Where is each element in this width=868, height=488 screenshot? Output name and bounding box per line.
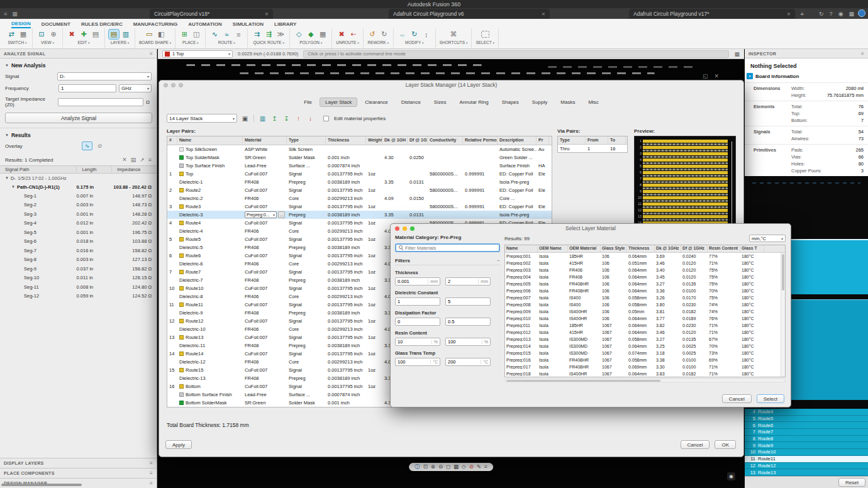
material-row[interactable]: Prepreg:010IsolaIS400HR1060.064mm3.770.0… bbox=[505, 315, 785, 322]
scrollbar-thumb[interactable] bbox=[1, 484, 82, 486]
segment-row[interactable]: Seg-30.001 in148.28 Ω bbox=[0, 209, 157, 219]
collapse-icon[interactable]: − bbox=[497, 258, 500, 263]
close-canvas-icon[interactable]: ✕ bbox=[714, 73, 719, 79]
command-line-input[interactable] bbox=[303, 50, 729, 58]
material-row[interactable]: Prepreg:008IsolaIS4001060.058mm3.800.023… bbox=[505, 301, 785, 308]
material-row[interactable]: Prepreg:007IsolaIS4001060.058mm3.260.017… bbox=[505, 294, 785, 301]
zoom-window-icon[interactable]: ⊡ bbox=[423, 464, 428, 470]
panel-menu-icon[interactable]: ≡ bbox=[150, 480, 153, 486]
column-header[interactable]: Relative Permeabil bbox=[463, 136, 498, 145]
pour-icon[interactable]: ◆ bbox=[306, 30, 316, 39]
column-header[interactable]: Type bbox=[558, 136, 586, 144]
palette-row[interactable]: 9Route9 bbox=[745, 442, 868, 449]
column-header[interactable]: Df @ 1GHz bbox=[681, 245, 708, 252]
segment-row[interactable]: Seg-120.059 in124.52 Ω bbox=[0, 292, 157, 301]
palette-row[interactable]: 7Route7 bbox=[745, 429, 868, 436]
material-row[interactable]: Prepreg:018IsolaIS400HR10670.064mm3.830.… bbox=[505, 370, 785, 377]
insert-below-icon[interactable]: ↧ bbox=[282, 114, 291, 123]
window-layout-icon[interactable]: ▦ bbox=[12, 11, 18, 17]
reset-button[interactable]: Reset bbox=[838, 478, 865, 487]
material-row[interactable]: Prepreg:009IsolaIS400HR1060.05mm3.810.01… bbox=[505, 308, 785, 315]
new-analysis-section[interactable]: ▼ New Analysis bbox=[0, 58, 157, 70]
segment-row[interactable]: Seg-110.008 in124.80 Ω bbox=[0, 282, 157, 292]
filter-min-input[interactable] bbox=[396, 279, 428, 284]
place-part-icon[interactable]: ⊞ bbox=[179, 30, 189, 39]
material-row[interactable]: Prepreg:013IsolaIS300MD10670.058mm3.270.… bbox=[505, 336, 785, 343]
palette-row[interactable]: 13Route13 bbox=[745, 469, 868, 476]
material-row[interactable]: Prepreg:015IsolaIS300MD10670.074mm3.180.… bbox=[505, 350, 785, 357]
column-header[interactable]: From bbox=[586, 136, 608, 144]
unroute-icon[interactable]: ✖ bbox=[337, 30, 347, 39]
zoom-out-icon[interactable]: ⊖ bbox=[438, 464, 443, 470]
close-icon[interactable]: ✕ bbox=[265, 11, 269, 17]
palette-row[interactable]: 5Route5 bbox=[745, 416, 868, 423]
expand-canvas-icon[interactable]: ◱ bbox=[703, 73, 708, 79]
filter-min-input[interactable] bbox=[396, 359, 430, 365]
tab-clearance[interactable]: Clearance bbox=[359, 97, 393, 107]
ribbon-menu-design[interactable]: DESIGN bbox=[11, 21, 31, 28]
material-row[interactable]: Prepreg:017IsolaFR408HR10670.069mm3.300.… bbox=[505, 363, 785, 370]
filter-max-input[interactable] bbox=[446, 359, 481, 365]
frequency-input[interactable] bbox=[58, 84, 116, 92]
column-header[interactable]: Dk @ 1GH bbox=[382, 136, 408, 145]
report-icon[interactable]: ≡ bbox=[148, 157, 152, 163]
units-select[interactable]: mm,°C ▾ bbox=[749, 235, 786, 242]
column-header[interactable]: Length bbox=[76, 167, 111, 172]
layer-settings-icon[interactable]: ▥ bbox=[121, 30, 131, 39]
filter-max-input[interactable] bbox=[446, 299, 490, 304]
close-icon[interactable]: ✕ bbox=[787, 11, 791, 17]
grid-view-icon[interactable]: ▦ bbox=[453, 464, 459, 470]
tab-distance[interactable]: Distance bbox=[396, 97, 426, 107]
switch-icon[interactable]: ⇄ bbox=[6, 30, 16, 39]
material-row[interactable]: Prepreg:005IsolaFR408HR1060.064mm3.270.0… bbox=[505, 280, 785, 287]
layer-row[interactable]: 1TopCuFoil:007Signal0.00137795 inch1oz58… bbox=[167, 170, 552, 178]
palette-row[interactable]: 11Route11 bbox=[745, 456, 868, 463]
column-header[interactable]: Description bbox=[498, 136, 537, 145]
layer-stack-icon[interactable]: ▤ bbox=[109, 30, 119, 39]
column-header[interactable]: Material bbox=[243, 136, 287, 145]
column-header[interactable]: OEM Name bbox=[538, 245, 568, 252]
camera-view-button[interactable]: ◉ bbox=[727, 472, 735, 480]
grid-icon[interactable]: ▦ bbox=[18, 30, 28, 39]
active-layer-select[interactable]: 1 Top ▾ bbox=[162, 50, 233, 58]
column-header[interactable]: To bbox=[608, 136, 626, 144]
add-icon[interactable]: ✚ bbox=[79, 30, 89, 39]
sync-icon[interactable]: ↻ bbox=[819, 11, 824, 17]
document-tab[interactable]: Adafruit Circuit Playground v17*✕ bbox=[629, 9, 795, 19]
tab-layer-stack[interactable]: Layer Stack bbox=[320, 97, 357, 107]
panel-menu-icon[interactable]: ≡ bbox=[150, 470, 153, 476]
segment-row[interactable]: Seg-60.018 in103.88 Ω bbox=[0, 237, 157, 247]
properties-icon[interactable]: ▤ bbox=[91, 30, 101, 39]
autoroute-icon[interactable]: ≫ bbox=[275, 30, 286, 39]
move-up-icon[interactable]: ↑ bbox=[294, 114, 303, 123]
save-icon[interactable]: ▣ bbox=[240, 114, 250, 123]
palette-row[interactable]: 12Route12 bbox=[745, 463, 868, 470]
horizontal-scrollbar[interactable] bbox=[504, 379, 786, 382]
cancel-button[interactable]: Cancel bbox=[681, 440, 710, 449]
cutout-icon[interactable]: ▦ bbox=[318, 30, 328, 39]
close-window-icon[interactable] bbox=[164, 83, 168, 87]
cancel-button[interactable]: Cancel bbox=[722, 394, 752, 403]
ripup-icon[interactable]: ⇠ bbox=[348, 30, 359, 39]
layer-row[interactable]: Dielectric-1FR408Prepreg0.0038189 inch3.… bbox=[167, 178, 552, 186]
layer-row[interactable]: Dielectric-2FR406Core0.00299213 inch4.09… bbox=[167, 194, 552, 202]
filter-max-input[interactable] bbox=[446, 279, 478, 284]
frequency-unit-select[interactable]: GHz ▾ bbox=[119, 84, 152, 92]
zoom-in-icon[interactable]: ⊕ bbox=[431, 464, 435, 470]
fanout-icon[interactable]: ⇶ bbox=[264, 30, 274, 39]
column-header[interactable]: Thickness bbox=[627, 245, 655, 252]
dialog-titlebar[interactable]: Select Layer Material bbox=[391, 224, 791, 233]
scrollbar-thumb[interactable] bbox=[506, 380, 660, 382]
filter-max-input[interactable] bbox=[446, 319, 490, 324]
column-header[interactable]: # bbox=[167, 136, 177, 145]
minimize-window-icon[interactable] bbox=[171, 83, 175, 87]
column-header[interactable]: Dk @ 1GHz bbox=[655, 245, 681, 252]
ribbon-menu-document[interactable]: DOCUMENT bbox=[42, 21, 70, 27]
delete-icon[interactable]: ✖ bbox=[67, 30, 77, 39]
tab-shapes[interactable]: Shapes bbox=[496, 97, 525, 107]
segment-row[interactable]: Seg-70.016 in158.82 Ω bbox=[0, 246, 157, 255]
compare-icon[interactable]: ▤ bbox=[131, 157, 136, 163]
filter-min-input[interactable] bbox=[396, 299, 440, 304]
optimize-icon[interactable]: ↻ bbox=[379, 30, 389, 39]
ribbon-menu-simulation[interactable]: SIMULATION bbox=[233, 21, 264, 27]
